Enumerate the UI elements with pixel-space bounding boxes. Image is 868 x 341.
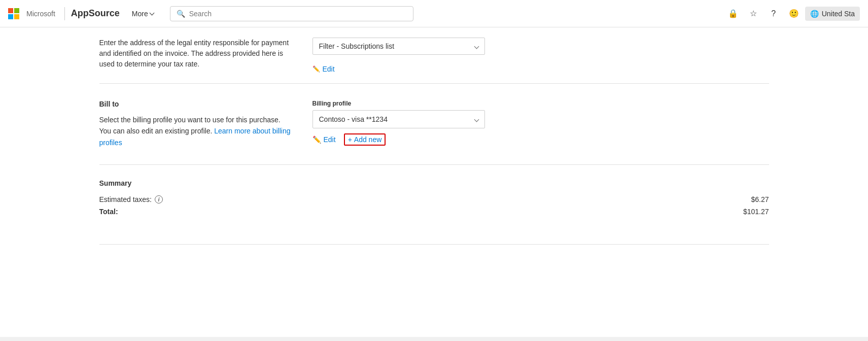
total-label: Total: bbox=[99, 208, 118, 216]
more-menu[interactable]: More bbox=[128, 8, 158, 20]
region-label: United Sta bbox=[822, 10, 855, 18]
edit-billing-label: Edit bbox=[324, 135, 336, 144]
bill-to-actions: ✏️ Edit + Add new bbox=[313, 133, 769, 146]
appsource-brand[interactable]: AppSource bbox=[71, 8, 120, 19]
header: Microsoft AppSource More 🔍 🔒 ☆ ? 🙂 🌐 Uni… bbox=[0, 0, 868, 27]
main-content: Enter the address of the legal entity re… bbox=[79, 27, 789, 245]
estimated-taxes-value: $6.27 bbox=[751, 195, 769, 203]
estimated-taxes-label: Estimated taxes: bbox=[99, 195, 152, 203]
top-control: Filter - Subscriptions list ✏️ Edit bbox=[313, 38, 769, 73]
bill-to-section: Bill to Select the billing profile you w… bbox=[99, 84, 769, 165]
summary-title: Summary bbox=[99, 179, 769, 187]
top-edit-link[interactable]: ✏️ Edit bbox=[313, 65, 335, 73]
summary-section: Summary Estimated taxes: i $6.27 Total: … bbox=[99, 165, 769, 234]
filter-dropdown[interactable]: Filter - Subscriptions list bbox=[313, 38, 485, 55]
total-row: Total: $101.27 bbox=[99, 208, 769, 216]
top-section: Enter the address of the legal entity re… bbox=[99, 27, 769, 84]
billing-profile-label: Billing profile bbox=[313, 100, 769, 107]
filter-chevron-icon bbox=[474, 44, 479, 49]
microsoft-logo bbox=[8, 8, 19, 19]
add-new-link[interactable]: + Add new bbox=[344, 133, 386, 146]
edit-billing-link[interactable]: ✏️ Edit bbox=[313, 135, 336, 144]
bottom-divider bbox=[99, 244, 769, 245]
help-button[interactable]: ? bbox=[765, 5, 783, 23]
top-description: Enter the address of the legal entity re… bbox=[99, 38, 292, 73]
top-edit-label: Edit bbox=[323, 65, 335, 73]
header-divider bbox=[64, 7, 65, 20]
billing-profile-chevron-icon bbox=[474, 117, 479, 122]
more-chevron-icon bbox=[149, 11, 154, 16]
estimated-taxes-row: Estimated taxes: i $6.27 bbox=[99, 195, 769, 203]
info-icon[interactable]: i bbox=[155, 195, 163, 203]
bill-to-description: Select the billing profile you want to u… bbox=[99, 114, 292, 148]
add-new-label: Add new bbox=[354, 135, 381, 144]
top-description-text: Enter the address of the legal entity re… bbox=[99, 38, 292, 70]
favorite-button[interactable]: ☆ bbox=[744, 5, 762, 23]
search-container: 🔍 bbox=[170, 6, 413, 21]
header-microsoft-text: Microsoft bbox=[26, 10, 55, 18]
billing-profile-selected: Contoso - visa **1234 bbox=[319, 115, 388, 123]
bill-to-right: Billing profile Contoso - visa **1234 ✏️… bbox=[313, 100, 769, 148]
bill-to-left: Bill to Select the billing profile you w… bbox=[99, 100, 292, 148]
total-value: $101.27 bbox=[743, 208, 769, 216]
edit-pencil-icon: ✏️ bbox=[313, 135, 321, 144]
plus-icon: + bbox=[348, 135, 352, 144]
estimated-taxes-label-group: Estimated taxes: i bbox=[99, 195, 163, 203]
globe-icon: 🌐 bbox=[810, 10, 819, 18]
bill-to-title: Bill to bbox=[99, 100, 292, 108]
search-input[interactable] bbox=[189, 10, 407, 18]
filter-selected-value: Filter - Subscriptions list bbox=[319, 42, 395, 50]
microsoft-logo-link[interactable]: Microsoft bbox=[8, 8, 58, 19]
header-icons: 🔒 ☆ ? 🙂 🌐 United Sta bbox=[724, 5, 860, 23]
pencil-icon: ✏️ bbox=[313, 65, 320, 73]
more-label: More bbox=[132, 10, 148, 18]
search-box[interactable]: 🔍 bbox=[170, 6, 413, 21]
lock-button[interactable]: 🔒 bbox=[724, 5, 742, 23]
billing-profile-dropdown[interactable]: Contoso - visa **1234 bbox=[313, 110, 485, 128]
feedback-button[interactable]: 🙂 bbox=[785, 5, 803, 23]
region-button[interactable]: 🌐 United Sta bbox=[805, 7, 860, 21]
search-icon: 🔍 bbox=[177, 10, 185, 18]
